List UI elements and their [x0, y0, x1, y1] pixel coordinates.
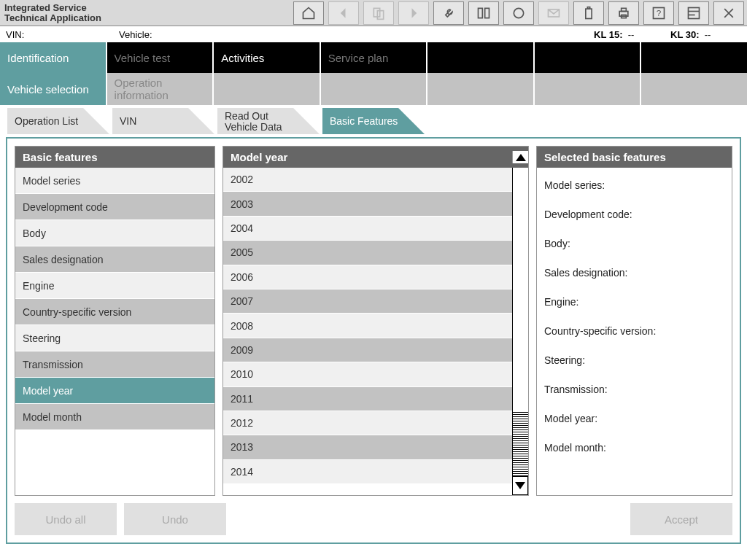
selected-row: Body: — [544, 229, 724, 258]
feature-row[interactable]: Development code — [15, 194, 214, 220]
mainnav-tab-3[interactable]: Service plan — [321, 42, 428, 73]
layout-icon[interactable] — [678, 1, 709, 25]
print-icon[interactable] — [608, 1, 639, 25]
year-row[interactable]: 2004 — [223, 217, 512, 241]
scrollbar[interactable] — [512, 168, 528, 495]
selected-row: Steering: — [544, 346, 724, 375]
undo-all-button[interactable]: Undo all — [15, 503, 117, 535]
feature-row[interactable]: Sales designation — [15, 246, 214, 273]
crumb-3[interactable]: Basic Features — [322, 108, 425, 134]
feature-row[interactable]: Country-specific version — [15, 299, 214, 325]
svg-rect-7 — [587, 7, 589, 8]
year-row[interactable]: 2013 — [223, 435, 512, 459]
mainnav-tab-6 — [641, 42, 747, 73]
toolbar: ? — [289, 1, 747, 25]
back-icon[interactable] — [328, 1, 359, 25]
help-icon[interactable]: ? — [643, 1, 674, 25]
subnav-tab-6 — [641, 73, 747, 105]
mainnav-tab-5 — [535, 42, 642, 73]
crumb-2[interactable]: Read Out Vehicle Data — [217, 108, 320, 134]
crumb-row: Operation ListVINRead Out Vehicle DataBa… — [0, 105, 747, 137]
feature-row[interactable]: Steering — [15, 325, 214, 351]
pill-icon[interactable] — [503, 1, 534, 25]
subnav-tab-3 — [321, 73, 428, 105]
svg-rect-2 — [479, 8, 483, 18]
selected-features-panel: Selected basic features Model series:Dev… — [536, 146, 732, 496]
vehicle-label: Vehicle: — [113, 29, 594, 40]
feature-row[interactable]: Body — [15, 220, 214, 246]
selected-row: Country-specific version: — [544, 316, 724, 346]
year-row[interactable]: 2014 — [223, 460, 512, 484]
forward-icon[interactable] — [398, 1, 429, 25]
year-row[interactable]: 2012 — [223, 411, 512, 435]
basic-features-panel: Basic features Model seriesDevelopment c… — [15, 146, 215, 496]
svg-text:?: ? — [657, 8, 662, 18]
info-row: VIN: Vehicle: KL 15: -- KL 30: -- — [0, 26, 747, 42]
subnav-tab-1[interactable]: Operation information — [107, 73, 214, 105]
model-year-panel: Model year 20022003200420052006200720082… — [222, 146, 529, 496]
scroll-track[interactable] — [512, 168, 528, 476]
selected-row: Model year: — [544, 404, 724, 433]
feature-row[interactable]: Model month — [15, 404, 214, 430]
mainnav-tab-0[interactable]: Identification — [0, 42, 107, 73]
feature-row[interactable]: Engine — [15, 273, 214, 299]
crumb-0[interactable]: Operation List — [7, 108, 109, 134]
main-nav: IdentificationVehicle testActivitiesServ… — [0, 42, 747, 73]
subnav-tab-0[interactable]: Vehicle selection — [0, 73, 107, 105]
feature-row[interactable]: Transmission — [15, 351, 214, 378]
crumb-1[interactable]: VIN — [112, 108, 214, 134]
year-row[interactable]: 2008 — [223, 314, 512, 338]
year-row[interactable]: 2002 — [223, 168, 512, 192]
kl30: KL 30: -- — [670, 29, 747, 40]
year-row[interactable]: 2003 — [223, 192, 512, 216]
scroll-thumb[interactable] — [513, 411, 528, 476]
feature-row[interactable]: Model year — [15, 378, 214, 404]
mainnav-tab-4 — [427, 42, 535, 73]
copy-icon[interactable] — [363, 1, 394, 25]
subnav-tab-5 — [535, 73, 642, 105]
home-icon[interactable] — [293, 1, 324, 25]
year-row[interactable]: 2006 — [223, 265, 512, 289]
selected-row: Model month: — [544, 433, 724, 462]
wrench-icon[interactable] — [433, 1, 464, 25]
svg-rect-13 — [689, 7, 700, 18]
year-row[interactable]: 2009 — [223, 338, 512, 362]
selected-row: Sales designation: — [544, 258, 724, 287]
svg-rect-6 — [586, 9, 592, 18]
svg-rect-9 — [622, 8, 627, 11]
basic-features-header: Basic features — [15, 147, 214, 168]
accept-button[interactable]: Accept — [630, 503, 732, 535]
undo-button[interactable]: Undo — [124, 503, 226, 535]
scroll-down-icon[interactable] — [512, 476, 528, 495]
compare-icon[interactable] — [468, 1, 499, 25]
selected-row: Model series: — [544, 171, 724, 200]
model-year-header: Model year — [223, 147, 528, 168]
year-row[interactable]: 2010 — [223, 362, 512, 386]
svg-rect-4 — [512, 6, 526, 20]
mainnav-tab-1[interactable]: Vehicle test — [107, 42, 214, 73]
selected-row: Development code: — [544, 200, 724, 229]
selected-row: Transmission: — [544, 375, 724, 404]
scroll-up-icon[interactable] — [512, 151, 528, 163]
subnav-tab-2 — [214, 73, 321, 105]
mail-icon[interactable] — [538, 1, 569, 25]
close-icon[interactable] — [713, 1, 744, 25]
feature-row[interactable]: Model series — [15, 168, 214, 194]
model-year-header-label: Model year — [231, 151, 287, 163]
year-row[interactable]: 2005 — [223, 241, 512, 265]
content-area: Basic features Model seriesDevelopment c… — [6, 137, 741, 544]
subnav-tab-4 — [427, 73, 535, 105]
year-row[interactable]: 2011 — [223, 387, 512, 411]
year-row[interactable]: 2007 — [223, 289, 512, 314]
selected-row: Engine: — [544, 287, 724, 316]
sub-nav: Vehicle selectionOperation information — [0, 73, 747, 105]
vin-label: VIN: — [0, 29, 113, 40]
battery-icon[interactable] — [573, 1, 604, 25]
footer-buttons: Undo all Undo Accept — [15, 503, 732, 535]
app-title: Integrated Service Technical Application — [0, 1, 135, 24]
topbar: Integrated Service Technical Application… — [0, 0, 747, 26]
svg-rect-3 — [485, 8, 489, 18]
selected-features-header: Selected basic features — [537, 147, 732, 168]
kl15: KL 15: -- — [594, 29, 670, 40]
mainnav-tab-2[interactable]: Activities — [214, 42, 321, 73]
